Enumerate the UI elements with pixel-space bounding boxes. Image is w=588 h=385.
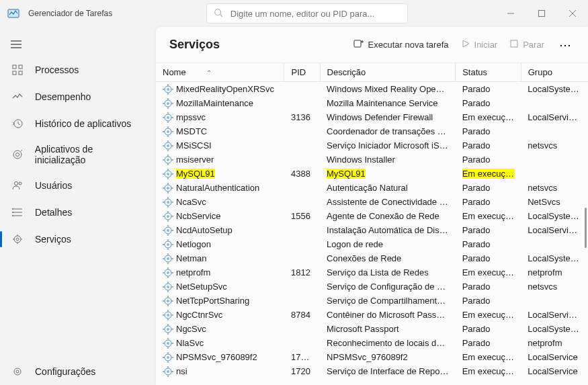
sidebar-item-historico[interactable]: Histórico de aplicativos bbox=[0, 110, 156, 137]
users-icon bbox=[11, 179, 24, 192]
svg-rect-162 bbox=[167, 375, 169, 377]
table-row[interactable]: MSDTCCoordenador de transações …Parado bbox=[156, 124, 588, 138]
table-row[interactable]: NetSetupSvcServiço de Configuração de …P… bbox=[156, 280, 588, 294]
service-gear-icon bbox=[163, 183, 173, 194]
svg-rect-127 bbox=[163, 286, 165, 288]
sidebar-item-configuracoes[interactable]: Configurações bbox=[0, 358, 156, 385]
table-row[interactable]: NetTcpPortSharingServiço de Compartilham… bbox=[156, 294, 588, 308]
sidebar-item-label: Configurações bbox=[35, 366, 95, 377]
service-gear-icon bbox=[163, 211, 173, 222]
table-row[interactable]: msiserverWindows InstallerParado bbox=[156, 153, 588, 167]
table-row[interactable]: MySQL914388MySQL91Em execução bbox=[156, 167, 588, 181]
svg-point-100 bbox=[167, 229, 169, 232]
column-header-nome[interactable]: Nome⌃ bbox=[156, 63, 284, 82]
table-row[interactable]: NaturalAuthenticationAutenticação Natura… bbox=[156, 181, 588, 195]
svg-rect-163 bbox=[163, 371, 165, 372]
table-row[interactable]: NcbService1556Agente de Conexão de RedeE… bbox=[156, 209, 588, 223]
table-row[interactable]: NPSMSvc_976089f217800NPSMSvc_976089f2Em … bbox=[156, 350, 588, 364]
table-row[interactable]: NcdAutoSetupInstalação Automática de Dis… bbox=[156, 223, 588, 237]
svg-point-25 bbox=[12, 215, 13, 216]
service-desc: Autenticação Natural bbox=[320, 181, 456, 195]
table-row[interactable]: MixedRealityOpenXRSvcWindows Mixed Reali… bbox=[156, 82, 588, 97]
svg-point-58 bbox=[167, 130, 169, 133]
stop-button[interactable]: Parar bbox=[509, 39, 544, 50]
svg-rect-86 bbox=[171, 187, 173, 189]
start-button[interactable]: Iniciar bbox=[461, 39, 498, 50]
table-row[interactable]: MSiSCSIServiço Iniciador Microsoft iS…Pa… bbox=[156, 138, 588, 153]
table-row[interactable]: NetmanConexões de RedeParadoLocalSystem… bbox=[156, 251, 588, 265]
column-header-grupo[interactable]: Grupo bbox=[521, 63, 588, 82]
hamburger-button[interactable] bbox=[0, 34, 156, 56]
startup-icon bbox=[11, 148, 24, 161]
column-header-pid[interactable]: PID bbox=[284, 63, 320, 82]
settings-gear-icon bbox=[11, 365, 24, 378]
service-pid bbox=[284, 195, 320, 209]
svg-rect-60 bbox=[167, 135, 169, 137]
search-box[interactable] bbox=[206, 3, 408, 24]
minimize-button[interactable] bbox=[495, 3, 526, 24]
service-desc: Contêiner do Microsoft Pass… bbox=[320, 308, 456, 322]
svg-rect-54 bbox=[167, 121, 169, 123]
svg-point-23 bbox=[12, 208, 13, 210]
service-desc: Windows Defender Firewall bbox=[320, 110, 456, 124]
app-title: Gerenciador de Tarefas bbox=[28, 9, 112, 18]
sidebar-item-label: Histórico de aplicativos bbox=[35, 118, 131, 129]
table-row[interactable]: netprofm1812Serviço da Lista de RedesEm … bbox=[156, 265, 588, 280]
service-desc: Serviço da Lista de Redes bbox=[320, 265, 456, 280]
sidebar-item-usuarios[interactable]: Usuários bbox=[0, 172, 156, 199]
sidebar-item-processos[interactable]: Processos bbox=[0, 56, 156, 83]
service-group: LocalService… bbox=[521, 110, 588, 124]
column-header-status[interactable]: Status bbox=[456, 63, 521, 82]
service-name: NcaSvc bbox=[176, 197, 206, 207]
table-row[interactable]: NgcCtnrSvc8784Contêiner do Microsoft Pas… bbox=[156, 308, 588, 322]
svg-rect-92 bbox=[171, 202, 173, 203]
svg-rect-137 bbox=[167, 310, 169, 312]
table-row[interactable]: mpssvc3136Windows Defender FirewallEm ex… bbox=[156, 110, 588, 124]
service-group: netprofm bbox=[521, 336, 588, 350]
service-pid bbox=[284, 96, 320, 110]
svg-rect-108 bbox=[167, 248, 169, 250]
service-gear-icon bbox=[163, 310, 173, 320]
service-desc: MySQL91 bbox=[320, 167, 456, 181]
table-row[interactable]: NlaSvcReconhecimento de locais de…Parado… bbox=[156, 336, 588, 350]
start-label: Iniciar bbox=[474, 40, 498, 50]
search-input[interactable] bbox=[230, 9, 401, 19]
service-status: Em execução bbox=[456, 167, 521, 181]
svg-rect-157 bbox=[163, 357, 165, 358]
svg-rect-144 bbox=[167, 333, 169, 335]
services-table-wrap[interactable]: Nome⌃ PID Descrição Status Grupo MixedRe… bbox=[156, 63, 588, 385]
svg-line-17 bbox=[21, 150, 22, 151]
service-name: mpssvc bbox=[176, 112, 206, 122]
sidebar-item-servicos[interactable]: Serviços bbox=[0, 226, 156, 253]
svg-rect-164 bbox=[171, 371, 173, 372]
svg-rect-161 bbox=[167, 366, 169, 368]
maximize-button[interactable] bbox=[526, 3, 557, 24]
sidebar-item-inicializacao[interactable]: Aplicativos de inicialização bbox=[0, 137, 156, 172]
table-row[interactable]: NetlogonLogon de redeParado bbox=[156, 237, 588, 251]
sidebar-item-desempenho[interactable]: Desempenho bbox=[0, 83, 156, 110]
service-name: MSDTC bbox=[176, 126, 207, 136]
table-row[interactable]: NgcSvcMicrosoft PassportParadoLocalSyste… bbox=[156, 322, 588, 336]
service-gear-icon bbox=[163, 338, 173, 349]
run-new-task-button[interactable]: Executar nova tarefa bbox=[353, 38, 449, 51]
svg-rect-119 bbox=[167, 267, 169, 269]
table-row[interactable]: NcaSvcAssistente de Conectividade …Parad… bbox=[156, 195, 588, 209]
svg-rect-34 bbox=[354, 40, 361, 47]
column-header-descricao[interactable]: Descrição bbox=[320, 63, 456, 82]
scrollbar-thumb[interactable] bbox=[585, 208, 587, 248]
svg-rect-152 bbox=[171, 343, 173, 344]
close-button[interactable] bbox=[557, 3, 588, 24]
svg-point-136 bbox=[167, 314, 169, 316]
service-name: Netlogon bbox=[176, 239, 211, 249]
page-title: Serviços bbox=[169, 38, 220, 52]
more-button[interactable]: ⋯ bbox=[556, 38, 575, 52]
svg-rect-13 bbox=[19, 71, 22, 75]
table-row[interactable]: nsi1720Serviço de Interface de Repo…Em e… bbox=[156, 364, 588, 378]
scrollbar-track[interactable] bbox=[583, 63, 588, 385]
sidebar-item-detalhes[interactable]: Detalhes bbox=[0, 199, 156, 226]
svg-rect-79 bbox=[163, 173, 165, 175]
service-pid bbox=[284, 322, 320, 336]
table-row[interactable]: MozillaMaintenanceMozilla Maintenance Se… bbox=[156, 96, 588, 110]
svg-rect-84 bbox=[167, 191, 169, 194]
svg-rect-65 bbox=[167, 140, 169, 142]
